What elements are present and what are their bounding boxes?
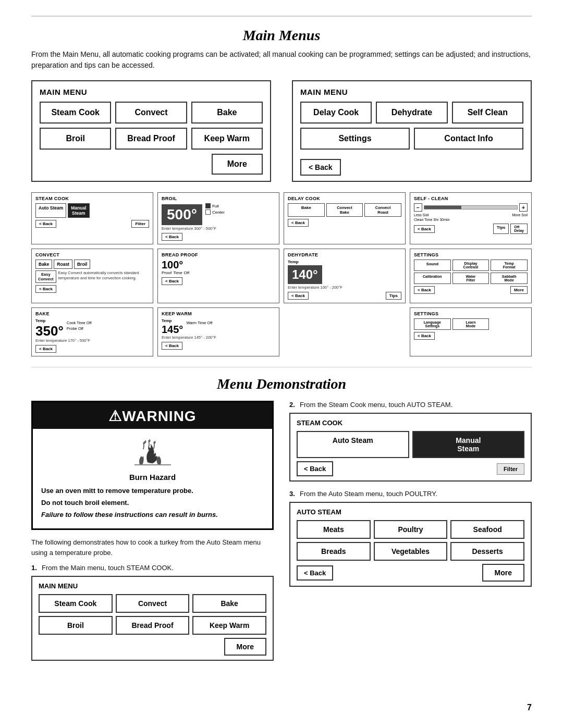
sub-keep-warm-back[interactable]: < Back <box>162 342 182 350</box>
demo-steam-back-btn[interactable]: < Back <box>297 461 333 476</box>
warning-burn-hazard: Burn Hazard <box>33 473 272 482</box>
dehydrate-back-row: < Back Tips <box>288 292 401 300</box>
convect-btn[interactable]: Convect <box>115 102 187 124</box>
demo-bake-btn[interactable]: Bake <box>192 594 266 613</box>
dehydrate-btn[interactable]: Dehydrate <box>376 102 447 124</box>
settings-btn[interactable]: Settings <box>300 128 410 150</box>
contact-info-btn[interactable]: Contact Info <box>414 128 523 150</box>
settings-sabbath-btn[interactable]: SabbathMode <box>491 273 528 284</box>
demo-auto-steam-more-btn[interactable]: More <box>482 564 524 582</box>
bread-proof-btn[interactable]: Bread Proof <box>115 128 187 150</box>
demo-auto-steam-btn[interactable]: Auto Steam <box>297 431 409 458</box>
settings-display-btn[interactable]: DisplayContrast <box>452 260 489 271</box>
convect-bake-btn[interactable]: Bake <box>35 260 52 269</box>
settings-water-filter-btn[interactable]: WaterFilter <box>452 273 489 284</box>
sub-settings2-back[interactable]: < Back <box>414 332 435 340</box>
demo-meats-btn[interactable]: Meats <box>297 520 371 539</box>
sub-auto-steam-btn[interactable]: Auto Steam <box>35 203 66 218</box>
sub-settings1-title: SETTINGS <box>414 252 528 257</box>
warning-box: ⚠WARNING <box>31 401 274 530</box>
settings2-back-row: < Back <box>414 332 528 340</box>
sub-bread-proof-back[interactable]: < Back <box>162 277 182 285</box>
sub-settings2: SETTINGS LanguageSettings LearnMode < Ba… <box>410 307 532 356</box>
step1-text: From the Main menu, touch STEAM COOK. <box>42 564 174 572</box>
settings2-learn-btn[interactable]: LearnMode <box>452 318 489 330</box>
settings-temp-format-btn[interactable]: TempFormat <box>491 260 528 271</box>
convect-broil-btn[interactable]: Broil <box>74 260 90 269</box>
slider-fill <box>424 206 461 209</box>
demo-seafood-btn[interactable]: Seafood <box>450 520 524 539</box>
bake-probe-label: Probe Off <box>67 326 83 331</box>
keep-warm-time-row: Warm Time Off <box>186 320 212 325</box>
sub-steam-filter[interactable]: Filter <box>131 220 149 228</box>
bake-btn[interactable]: Bake <box>191 102 263 124</box>
demo-manual-steam-btn[interactable]: Manual Steam <box>412 431 525 458</box>
demo-steam-cook-btn[interactable]: Steam Cook <box>39 594 113 613</box>
sub-steam-back[interactable]: < Back <box>35 220 56 228</box>
settings-calibration-btn[interactable]: Calibration <box>414 273 451 284</box>
main-menus-title: Main Menus <box>31 27 532 44</box>
sub-broil-title: BROIL <box>162 196 275 201</box>
easy-convect-btn[interactable]: EasyConvect <box>35 270 56 283</box>
sub-dehydrate-tips[interactable]: Tips <box>386 292 401 300</box>
keep-warm-btn[interactable]: Keep Warm <box>191 128 263 150</box>
sub-clean-off-delay[interactable]: OffDelay <box>510 224 528 234</box>
steam-cook-btn[interactable]: Steam Cook <box>40 102 111 124</box>
demo-keep-warm-btn[interactable]: Keep Warm <box>192 616 266 635</box>
warning-text-lines: Use an oven mitt to remove temperature p… <box>33 486 272 528</box>
delay-convect-bake-btn[interactable]: ConvectBake <box>326 203 363 217</box>
broil-center-label: Center <box>212 210 225 215</box>
sub-settings1: SETTINGS Sound DisplayContrast TempForma… <box>410 249 532 303</box>
sub-bake-back[interactable]: < Back <box>35 345 56 353</box>
self-clean-btn[interactable]: Self Clean <box>452 102 523 124</box>
easy-convect-desc: Easy Convect automatically convects stan… <box>58 270 149 281</box>
back-btn-panel2[interactable]: < Back <box>300 159 341 176</box>
demo-desc: The following demonstrates how to cook a… <box>31 537 274 558</box>
section-divider <box>31 367 532 367</box>
broil-temp-display: 500° <box>162 204 202 225</box>
warning-line-1: Do not touch broil element. <box>41 498 264 509</box>
demo-main-more-btn[interactable]: More <box>224 638 266 656</box>
keep-warm-off-label: Time Off <box>198 320 212 325</box>
sub-clean-back[interactable]: < Back <box>414 225 435 233</box>
demo-vegetables-btn[interactable]: Vegetables <box>374 542 448 561</box>
sub-dehydrate-back[interactable]: < Back <box>288 292 309 300</box>
bake-off-label: Time Off <box>77 320 91 325</box>
delay-convect-roast-btn[interactable]: ConvectRoast <box>364 203 401 217</box>
demo-step-2: 2. From the Steam Cook menu, touch AUTO … <box>289 401 532 409</box>
demo-main-menu-title: MAIN MENU <box>39 582 266 590</box>
convect-roast-btn[interactable]: Roast <box>54 260 72 269</box>
broil-center-checkbox[interactable] <box>205 209 211 215</box>
more-btn-1[interactable]: More <box>212 154 263 175</box>
demo-steam-filter-btn[interactable]: Filter <box>497 463 524 475</box>
sub-manual-steam-btn[interactable]: Manual Steam <box>68 203 89 218</box>
demo-desserts-btn[interactable]: Desserts <box>450 542 524 561</box>
settings2-lang-btn[interactable]: LanguageSettings <box>414 318 451 330</box>
demo-poultry-btn[interactable]: Poultry <box>374 520 448 539</box>
settings2-grid: LanguageSettings LearnMode <box>414 318 528 330</box>
proof-label: Proof <box>162 270 172 275</box>
sub-steam-cook-title: STEAM COOK <box>35 196 149 201</box>
sub-delay-back[interactable]: < Back <box>288 219 309 227</box>
slider-plus-btn[interactable]: + <box>519 203 528 212</box>
delay-cook-btn[interactable]: Delay Cook <box>300 102 372 124</box>
demo-auto-steam-back-btn[interactable]: < Back <box>297 565 333 581</box>
broil-range: Enter temperature 300° - 500°F <box>162 226 275 231</box>
broil-btn[interactable]: Broil <box>40 128 111 150</box>
keep-warm-temp-label: Temp <box>162 318 183 323</box>
page-number: 7 <box>527 703 532 712</box>
delay-bake-btn[interactable]: Bake <box>288 203 325 217</box>
sub-broil-back[interactable]: < Back <box>162 233 182 241</box>
demo-broil-btn[interactable]: Broil <box>39 616 113 635</box>
bake-cook-time-label: Cook <box>67 320 76 325</box>
sub-settings1-back[interactable]: < Back <box>414 286 435 294</box>
settings-sound-btn[interactable]: Sound <box>414 260 451 271</box>
slider-minus-btn[interactable]: − <box>414 203 422 212</box>
demo-convect-btn[interactable]: Convect <box>116 594 190 613</box>
demo-breads-btn[interactable]: Breads <box>297 542 371 561</box>
demo-bread-proof-btn[interactable]: Bread Proof <box>116 616 190 635</box>
broil-full-checkbox[interactable] <box>205 203 211 208</box>
sub-convect-back[interactable]: < Back <box>35 285 56 293</box>
sub-clean-tips[interactable]: Tips <box>493 224 509 234</box>
sub-settings1-more[interactable]: More <box>510 286 528 294</box>
